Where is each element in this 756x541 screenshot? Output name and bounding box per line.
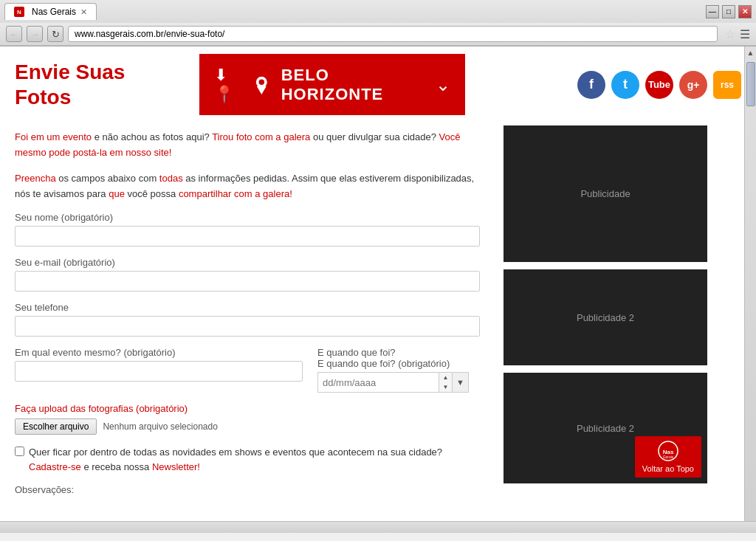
window-controls: — □ ✕ [706, 5, 752, 18]
scrollbar-right[interactable]: ▲ [744, 46, 756, 521]
content-column: Foi em um evento e não achou as fotos aq… [0, 123, 495, 520]
scroll-thumb[interactable] [746, 62, 755, 106]
facebook-icon[interactable]: f [577, 71, 605, 99]
date-input[interactable] [317, 372, 439, 393]
back-button[interactable]: ← [6, 26, 22, 42]
date-spinner[interactable]: ▲ ▼ [439, 372, 453, 393]
newsletter-checkbox[interactable] [15, 447, 24, 456]
email-label: Seu e-mail (obrigatório) [15, 257, 480, 268]
scroll-up-arrow[interactable]: ▲ [745, 46, 756, 59]
name-field-group: Seu nome (obrigatório) [15, 212, 480, 247]
ad-block-3: Publicidade 2 Nas Gerais Voltar ao Topo [504, 373, 707, 483]
intro-paragraph-2: Preencha os campos abaixo com todas as i… [15, 171, 480, 202]
event-date-row: Em qual evento mesmo? (obrigatório) E qu… [15, 347, 480, 393]
ad-block-1: Publicidade [504, 125, 707, 262]
minimize-button[interactable]: — [706, 5, 719, 18]
main-layout: Foi em um evento e não achou as fotos aq… [0, 123, 756, 520]
phone-field-group: Seu telefone [15, 302, 480, 337]
event-input[interactable] [15, 361, 303, 382]
close-button[interactable]: ✕ [738, 5, 752, 18]
date-label: E quando que foi?E quando que foi? (obri… [317, 347, 480, 369]
ad-label-3: Publicidade 2 [577, 423, 634, 434]
browser-tab[interactable]: N Nas Gerais ✕ [4, 3, 97, 20]
newsletter-text: Quer ficar por dentro de todas as novida… [29, 445, 480, 474]
svg-marker-2 [257, 86, 267, 94]
choose-file-button[interactable]: Escolher arquivo [15, 418, 97, 435]
back-to-top-button[interactable]: Nas Gerais Voltar ao Topo [635, 436, 701, 478]
email-input[interactable] [15, 271, 480, 292]
forward-button[interactable]: → [27, 26, 43, 42]
file-input-row: Escolher arquivo Nenhum arquivo selecion… [15, 418, 480, 435]
page-title: Envie Suas Fotos [15, 60, 185, 109]
ad-block-2: Publicidade 2 [504, 269, 707, 365]
ads-column: Publicidade Publicidade 2 Publicidade 2 … [495, 123, 716, 520]
favicon: N [14, 7, 24, 17]
site-header: Envie Suas Fotos ⬇︎📍 BELO HORIZONTE ⌄ f … [0, 46, 756, 123]
svg-text:Gerais: Gerais [663, 455, 674, 459]
menu-button[interactable]: ☰ [740, 27, 750, 41]
twitter-icon[interactable]: t [611, 71, 639, 99]
newsletter-checkbox-row: Quer ficar por dentro de todas as novida… [15, 445, 480, 474]
city-name: BELO HORIZONTE [281, 66, 427, 104]
city-banner[interactable]: ⬇︎📍 BELO HORIZONTE ⌄ [199, 54, 465, 115]
page-wrapper: Envie Suas Fotos ⬇︎📍 BELO HORIZONTE ⌄ f … [0, 46, 756, 521]
tab-title: Nas Gerais [32, 7, 76, 17]
refresh-button[interactable]: ↻ [47, 26, 63, 42]
newsletter-section: Quer ficar por dentro de todas as novida… [15, 445, 480, 474]
location-icon: ⬇︎📍 [214, 66, 245, 104]
ad-label-2: Publicidade 2 [577, 312, 634, 323]
social-icons: f t Tube g+ rss [563, 54, 756, 115]
logo-area: Envie Suas Fotos [0, 54, 199, 115]
address-bar[interactable] [68, 26, 718, 42]
upload-section: Faça upload das fotografias (obrigatório… [15, 403, 480, 435]
intro-paragraph-1: Foi em um evento e não achou as fotos aq… [15, 130, 480, 161]
maximize-button[interactable]: □ [722, 5, 735, 18]
email-field-group: Seu e-mail (obrigatório) [15, 257, 480, 292]
nav-bar: ← → ↻ ☆ ☰ [0, 23, 756, 46]
observacoes-group: Observações: [15, 484, 480, 495]
no-file-label: Nenhum arquivo selecionado [103, 421, 217, 432]
event-field-group: Em qual evento mesmo? (obrigatório) [15, 347, 303, 382]
phone-label: Seu telefone [15, 302, 480, 313]
pin-icon [254, 75, 269, 95]
youtube-icon[interactable]: Tube [645, 71, 673, 99]
city-dropdown-arrow[interactable]: ⌄ [436, 75, 450, 95]
name-input[interactable] [15, 226, 480, 247]
bottom-scrollbar[interactable] [0, 521, 756, 533]
rss-icon[interactable]: rss [713, 71, 741, 99]
browser-chrome: N Nas Gerais ✕ — □ ✕ ← → ↻ ☆ ☰ [0, 0, 756, 46]
event-label: Em qual evento mesmo? (obrigatório) [15, 347, 303, 358]
date-dropdown-button[interactable]: ▼ [453, 372, 469, 393]
observacoes-label: Observações: [15, 484, 480, 495]
name-label: Seu nome (obrigatório) [15, 212, 480, 223]
date-field-group: E quando que foi?E quando que foi? (obri… [317, 347, 480, 393]
googleplus-icon[interactable]: g+ [679, 71, 707, 99]
ad-label-1: Publicidade [580, 188, 630, 199]
phone-input[interactable] [15, 316, 480, 337]
title-bar: N Nas Gerais ✕ — □ ✕ [0, 0, 756, 23]
back-to-top-logo: Nas Gerais [658, 441, 678, 463]
upload-label: Faça upload das fotografias (obrigatório… [15, 403, 480, 414]
bookmark-button[interactable]: ☆ [725, 27, 735, 41]
svg-point-1 [259, 79, 264, 84]
date-input-wrapper: ▲ ▼ ▼ [317, 372, 480, 393]
back-to-top-label: Voltar ao Topo [642, 464, 694, 473]
tab-close-button[interactable]: ✕ [80, 7, 87, 17]
page-content: Envie Suas Fotos ⬇︎📍 BELO HORIZONTE ⌄ f … [0, 46, 756, 521]
